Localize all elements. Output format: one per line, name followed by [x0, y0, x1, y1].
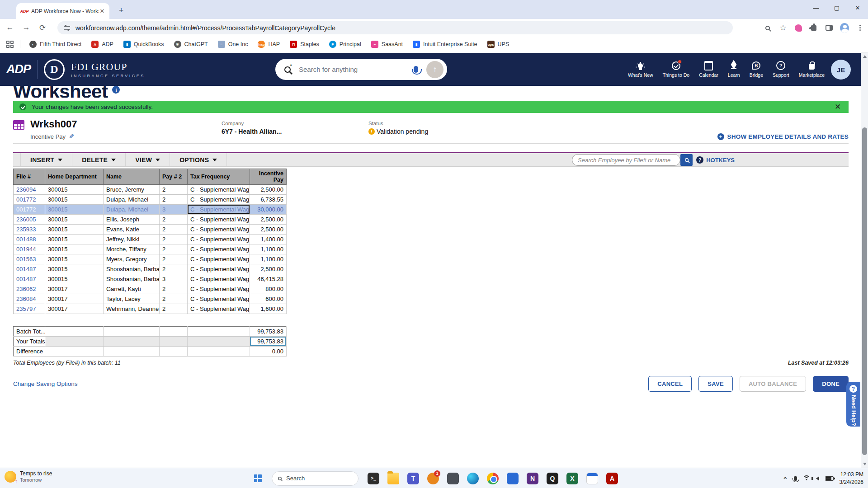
- purple-app-icon[interactable]: N: [523, 468, 542, 488]
- table-cell[interactable]: C - Supplemental Wag...: [188, 235, 250, 244]
- cancel-button[interactable]: CANCEL: [648, 376, 692, 392]
- change-saving-options-link[interactable]: Change Saving Options: [13, 380, 78, 387]
- bookmark-item[interactable]: ▮QuickBooks: [120, 39, 168, 50]
- global-search-bar[interactable]: Search for anything ↑: [275, 59, 447, 80]
- table-cell[interactable]: 300015: [45, 185, 104, 195]
- column-header[interactable]: Name: [104, 169, 160, 185]
- table-cell[interactable]: Shooshanian, Barbara: [104, 274, 160, 284]
- table-cell[interactable]: 2,500.00: [250, 185, 287, 195]
- table-cell[interactable]: 001487: [14, 264, 45, 274]
- totals-value[interactable]: 99,753.83: [250, 327, 287, 337]
- table-cell[interactable]: 2: [160, 225, 188, 235]
- table-cell[interactable]: 30,000.00: [250, 205, 287, 215]
- table-cell[interactable]: C - Supplemental Wag...: [188, 294, 250, 304]
- table-cell[interactable]: 236062: [14, 284, 45, 294]
- table-cell[interactable]: 2: [160, 244, 188, 254]
- table-cell[interactable]: 300017: [45, 284, 104, 294]
- menu-view[interactable]: VIEW: [126, 153, 170, 166]
- table-cell[interactable]: 2: [160, 264, 188, 274]
- bookmark-item[interactable]: ≈One Inc: [214, 39, 252, 50]
- nav-item-calendar[interactable]: Calendar: [699, 61, 718, 78]
- totals-value[interactable]: 0.00: [250, 347, 287, 357]
- scrollbar-thumb[interactable]: [862, 127, 867, 455]
- edge-icon[interactable]: [463, 468, 483, 488]
- bookmark-item[interactable]: upsUPS: [484, 39, 513, 50]
- table-cell[interactable]: 600.00: [250, 294, 287, 304]
- volume-icon[interactable]: [816, 476, 819, 481]
- table-cell[interactable]: 1,400.00: [250, 235, 287, 244]
- zoom-icon[interactable]: [763, 23, 772, 33]
- table-cell[interactable]: 236094: [14, 185, 45, 195]
- side-panel-icon[interactable]: [825, 23, 834, 33]
- table-cell[interactable]: 236084: [14, 294, 45, 304]
- table-cell[interactable]: 001563: [14, 254, 45, 264]
- table-cell[interactable]: 2: [160, 235, 188, 244]
- done-button[interactable]: DONE: [813, 376, 849, 392]
- url-bar[interactable]: workforcenow.adp.com/theme/admin.html#/P…: [57, 21, 733, 34]
- table-row[interactable]: 236094300015Bruce, Jeremy2C - Supplement…: [14, 185, 287, 195]
- table-cell[interactable]: 300015: [45, 254, 104, 264]
- nav-item-bridge[interactable]: Bridge: [750, 61, 763, 78]
- table-cell[interactable]: C - Supplemental Wag...: [188, 195, 250, 205]
- dark-app-icon[interactable]: [443, 468, 463, 488]
- nav-item-things-to-do[interactable]: Things to Do: [663, 61, 690, 78]
- table-cell[interactable]: C - Supplemental Wag...: [188, 185, 250, 195]
- tab-close-icon[interactable]: ✕: [99, 8, 106, 15]
- people-app-icon[interactable]: 1: [423, 468, 443, 488]
- table-cell[interactable]: 001944: [14, 244, 45, 254]
- table-cell[interactable]: 300017: [45, 294, 104, 304]
- table-cell[interactable]: 2: [160, 294, 188, 304]
- browser-profile-avatar[interactable]: [840, 23, 849, 33]
- table-cell[interactable]: Wehrmann, Deanne: [104, 304, 160, 314]
- table-cell[interactable]: 2,500.00: [250, 215, 287, 225]
- bookmark-item[interactable]: ✳ChatGPT: [170, 39, 212, 50]
- table-cell[interactable]: C - Supplemental Wag...: [188, 225, 250, 235]
- acrobat-icon[interactable]: A: [602, 468, 622, 488]
- refresh-button[interactable]: ⟳: [36, 21, 49, 34]
- taskbar-search[interactable]: Search: [272, 471, 359, 486]
- taskbar-clock[interactable]: 12:03 PM 3/24/2026: [840, 471, 863, 485]
- table-cell[interactable]: 001772: [14, 205, 45, 215]
- table-row[interactable]: 001488300015Jeffrey, Nikki2C - Supplemen…: [14, 235, 287, 244]
- nav-item-support[interactable]: Support: [773, 61, 789, 78]
- apps-grid-icon[interactable]: [6, 41, 14, 48]
- terminal-app-icon[interactable]: >_: [363, 468, 383, 488]
- window-maximize-button[interactable]: ▢: [826, 0, 847, 15]
- table-cell[interactable]: 800.00: [250, 284, 287, 294]
- table-cell[interactable]: Evans, Katie: [104, 225, 160, 235]
- nav-item-marketplace[interactable]: Marketplace: [799, 61, 825, 78]
- bookmark-item[interactable]: PPrincipal: [326, 39, 365, 50]
- excel-icon[interactable]: X: [562, 468, 582, 488]
- chrome-icon[interactable]: [483, 468, 503, 488]
- table-row[interactable]: 001772300015Dulapa, Michael2C - Suppleme…: [14, 195, 287, 205]
- bookmark-item[interactable]: ~SaasAnt: [368, 39, 406, 50]
- table-cell[interactable]: Jeffrey, Nikki: [104, 235, 160, 244]
- table-cell[interactable]: 2: [160, 254, 188, 264]
- table-cell[interactable]: C - Supplemental Wag...: [188, 264, 250, 274]
- table-cell[interactable]: Myers, Gregory: [104, 254, 160, 264]
- menu-options[interactable]: OPTIONS: [170, 153, 227, 166]
- table-cell[interactable]: Ellis, Joseph: [104, 215, 160, 225]
- bookmark-star-icon[interactable]: ☆: [778, 23, 788, 33]
- table-cell[interactable]: 300015: [45, 274, 104, 284]
- table-cell[interactable]: C - Supplemental Wag...: [188, 244, 250, 254]
- weather-widget[interactable]: Temps to rise Tomorrow: [5, 470, 52, 483]
- column-header[interactable]: Home Department: [45, 169, 104, 185]
- table-cell[interactable]: 2: [160, 215, 188, 225]
- q-app-icon[interactable]: Q: [542, 468, 562, 488]
- show-employee-details-link[interactable]: + SHOW EMPLOYEE DETAILS AND RATES: [717, 133, 849, 140]
- column-header[interactable]: File #: [14, 169, 45, 185]
- file-explorer-icon[interactable]: [383, 468, 403, 488]
- table-cell[interactable]: 2: [160, 284, 188, 294]
- table-cell[interactable]: 236005: [14, 215, 45, 225]
- table-cell[interactable]: C - Supplemental Wag...: [188, 205, 250, 215]
- table-cell[interactable]: 1,100.00: [250, 244, 287, 254]
- column-header[interactable]: Incentive Pay: [250, 169, 287, 185]
- table-cell[interactable]: 2,500.00: [250, 264, 287, 274]
- table-cell[interactable]: C - Supplemental Wag...: [188, 254, 250, 264]
- table-row[interactable]: 235933300015Evans, Katie2C - Supplementa…: [14, 225, 287, 235]
- table-row[interactable]: 001563300015Myers, Gregory2C - Supplemen…: [14, 254, 287, 264]
- edit-pencil-icon[interactable]: ✎: [69, 133, 74, 140]
- table-cell[interactable]: 2: [160, 185, 188, 195]
- bookmark-item[interactable]: hapHAP: [254, 39, 283, 50]
